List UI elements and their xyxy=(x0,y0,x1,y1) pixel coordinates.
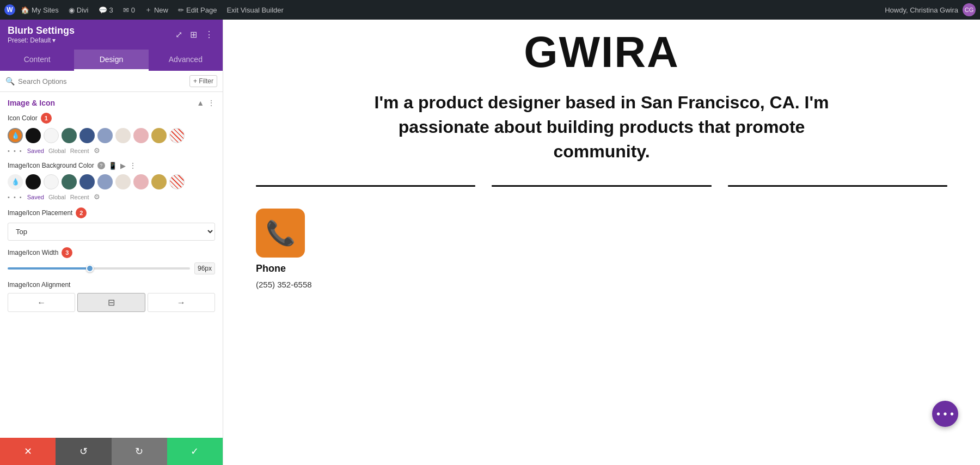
filter-button[interactable]: + Filter xyxy=(189,75,217,87)
icon-color-swatches: 💧 xyxy=(8,128,215,143)
bg-swatch-blue[interactable] xyxy=(79,174,95,189)
columns-icon[interactable]: ⊞ xyxy=(188,28,199,41)
messages-count: 0 xyxy=(131,6,135,14)
align-center-btn[interactable]: ⊟ xyxy=(77,293,145,312)
filter-label: + Filter xyxy=(193,77,213,85)
bg-color-label-row: Image/Icon Background Color ? 📱 ▶ ⋮ xyxy=(8,161,215,170)
swatch-cream[interactable] xyxy=(115,128,131,143)
search-input[interactable] xyxy=(18,77,186,85)
more-options-icon[interactable]: ⋮ xyxy=(203,28,215,41)
align-center-icon: ⊟ xyxy=(108,297,115,308)
tab-design-label: Design xyxy=(100,55,124,64)
bg-swatch-green[interactable] xyxy=(62,174,77,189)
tab-design[interactable]: Design xyxy=(74,50,148,71)
site-title: GWIRA xyxy=(256,30,947,74)
swatch-orange[interactable]: 💧 xyxy=(8,128,23,143)
panel-preset[interactable]: Preset: Default ▾ xyxy=(8,36,75,44)
swatch-gold[interactable] xyxy=(151,128,167,143)
avatar[interactable]: CG xyxy=(963,3,976,16)
divi-menu[interactable]: ◉ Divi xyxy=(64,4,93,16)
blurb-phone: (255) 352-6558 xyxy=(256,280,312,289)
slider-thumb[interactable] xyxy=(86,265,94,272)
swatch-pink[interactable] xyxy=(133,128,149,143)
my-sites-label: My Sites xyxy=(32,6,59,14)
align-right-btn[interactable]: → xyxy=(148,293,215,312)
chevron-down-icon: ▾ xyxy=(52,36,56,44)
fab-dots-icon: • • • xyxy=(936,408,954,420)
step-badge-2: 2 xyxy=(76,207,87,218)
redo-button[interactable]: ↻ xyxy=(112,438,167,465)
bg-swatch-none[interactable] xyxy=(169,174,185,189)
wordpress-icon[interactable]: W xyxy=(4,4,15,15)
blurb-title: Phone xyxy=(256,263,286,274)
settings-icon[interactable]: ⚙ xyxy=(94,146,100,155)
comments-menu[interactable]: 💬 3 xyxy=(94,4,118,16)
preset-label: Preset: Default xyxy=(8,36,51,44)
confirm-button[interactable]: ✓ xyxy=(167,438,223,465)
expand-icon[interactable]: ⤢ xyxy=(174,28,184,41)
eyedropper-icon: 💧 xyxy=(11,132,20,139)
my-sites-menu[interactable]: 🏠 My Sites xyxy=(16,4,63,16)
panel-header-icons: ⤢ ⊞ ⋮ xyxy=(174,28,215,41)
tab-advanced[interactable]: Advanced xyxy=(149,50,223,71)
device-icon[interactable]: 📱 xyxy=(108,162,117,170)
step-badge-1: 1 xyxy=(41,113,52,124)
align-left-btn[interactable]: ← xyxy=(8,293,75,312)
help-icon[interactable]: ? xyxy=(97,162,105,169)
width-slider[interactable] xyxy=(8,267,190,270)
panel-header: Blurb Settings Preset: Default ▾ ⤢ ⊞ ⋮ xyxy=(0,20,223,50)
divider-1 xyxy=(256,185,475,187)
messages-menu[interactable]: ✉ 0 xyxy=(119,4,139,16)
saved-label: Saved xyxy=(27,148,44,154)
swatch-black[interactable] xyxy=(26,128,41,143)
dots-icon[interactable]: • • • xyxy=(8,148,23,154)
bg-color-text: Image/Icon Background Color xyxy=(8,162,94,169)
dots-icon-2[interactable]: • • • xyxy=(8,194,23,200)
search-icon: 🔍 xyxy=(5,77,15,85)
placement-label-row: Image/Icon Placement 2 xyxy=(8,207,215,218)
tab-content[interactable]: Content xyxy=(0,50,74,71)
swatch-blue[interactable] xyxy=(79,128,95,143)
phone-icon: 📞 xyxy=(266,219,296,247)
blurb-card: 📞 Phone (255) 352-6558 xyxy=(256,209,365,289)
width-value[interactable]: 96px xyxy=(194,262,215,274)
new-menu[interactable]: ＋ New xyxy=(140,3,173,17)
field-more-icon[interactable]: ⋮ xyxy=(129,161,137,170)
edit-page-btn[interactable]: ✏ Edit Page xyxy=(174,4,221,16)
saved-label-2: Saved xyxy=(27,194,44,200)
undo-button[interactable]: ↺ xyxy=(56,438,111,465)
new-label: New xyxy=(154,6,168,14)
phone-icon-box: 📞 xyxy=(256,209,305,258)
swatch-none[interactable] xyxy=(169,128,185,143)
swatch-white[interactable] xyxy=(44,128,59,143)
bg-color-swatches: 💧 xyxy=(8,174,215,189)
image-icon-title: Image & Icon xyxy=(8,99,55,107)
fab-button[interactable]: • • • xyxy=(932,401,958,427)
search-bar: 🔍 + Filter xyxy=(0,71,223,92)
collapse-icon[interactable]: ▲ xyxy=(197,99,204,107)
plus-icon: ＋ xyxy=(145,5,152,15)
bg-swatch-cream[interactable] xyxy=(115,174,131,189)
bg-swatch-pink[interactable] xyxy=(133,174,149,189)
bg-swatch-gold[interactable] xyxy=(151,174,167,189)
page-content: GWIRA I'm a product designer based in Sa… xyxy=(223,20,980,465)
cancel-button[interactable]: ✕ xyxy=(0,438,56,465)
undo-icon: ↺ xyxy=(79,445,88,457)
align-right-icon: → xyxy=(177,298,186,308)
icon-color-text: Icon Color xyxy=(8,114,38,122)
cursor-icon[interactable]: ▶ xyxy=(120,162,126,170)
swatch-lavender[interactable] xyxy=(97,128,113,143)
section-more-icon[interactable]: ⋮ xyxy=(207,99,215,107)
bg-swatch-black[interactable] xyxy=(26,174,41,189)
bg-swatch-eyedropper[interactable]: 💧 xyxy=(8,174,23,189)
placement-select[interactable]: Top Left Right xyxy=(8,223,215,241)
icon-color-label-row: Icon Color 1 xyxy=(8,113,215,124)
swatch-green[interactable] xyxy=(62,128,77,143)
exit-vb-btn[interactable]: Exit Visual Builder xyxy=(222,4,288,16)
bg-swatch-white[interactable] xyxy=(44,174,59,189)
exit-vb-label: Exit Visual Builder xyxy=(226,6,284,14)
settings-icon-2[interactable]: ⚙ xyxy=(94,193,100,201)
eyedropper-icon-2: 💧 xyxy=(11,178,20,186)
bg-swatch-lavender[interactable] xyxy=(97,174,113,189)
section-controls: ▲ ⋮ xyxy=(197,99,215,107)
